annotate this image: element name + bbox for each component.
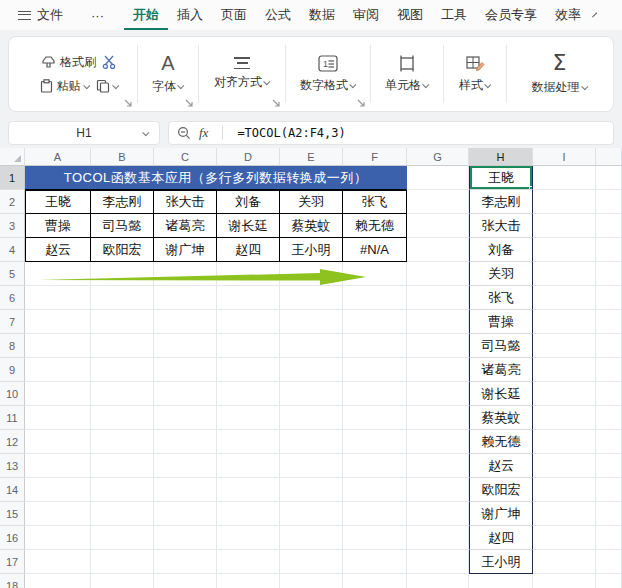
cell-E12[interactable] — [280, 430, 343, 454]
cell-F17[interactable] — [343, 550, 407, 574]
row-header-16[interactable]: 16 — [0, 526, 25, 550]
cell-B11[interactable] — [91, 406, 154, 430]
cell-B18[interactable] — [91, 574, 154, 588]
cell-A6[interactable] — [25, 286, 91, 310]
cell-A15[interactable] — [25, 502, 91, 526]
cell-partial-17[interactable] — [596, 550, 622, 574]
cell-H11[interactable]: 蔡英蚊 — [469, 406, 533, 430]
cell-B12[interactable] — [91, 430, 154, 454]
cell-G2[interactable] — [407, 190, 469, 214]
cell-C11[interactable] — [154, 406, 217, 430]
cell-C18[interactable] — [154, 574, 217, 588]
cell-B7[interactable] — [91, 310, 154, 334]
cell-G1[interactable] — [407, 166, 469, 190]
file-menu-button[interactable]: 文件 — [10, 0, 71, 30]
col-header-C[interactable]: C — [154, 148, 217, 166]
cell-partial-13[interactable] — [596, 454, 622, 478]
cell-D8[interactable] — [217, 334, 280, 358]
row-header-6[interactable]: 6 — [0, 286, 25, 310]
cell-D18[interactable] — [217, 574, 280, 588]
cell-G18[interactable] — [407, 574, 469, 588]
cell-A7[interactable] — [25, 310, 91, 334]
cell-A4[interactable]: 赵云 — [25, 238, 91, 262]
cell-H15[interactable]: 谢广坤 — [469, 502, 533, 526]
cell-C3[interactable]: 诸葛亮 — [154, 214, 217, 238]
cell-I2[interactable] — [533, 190, 596, 214]
cell-D16[interactable] — [217, 526, 280, 550]
cell-I8[interactable] — [533, 334, 596, 358]
cell-A3[interactable]: 曹操 — [25, 214, 91, 238]
cell-F10[interactable] — [343, 382, 407, 406]
col-header-G[interactable]: G — [407, 148, 469, 166]
cell-H2[interactable]: 李志刚 — [469, 190, 533, 214]
cell-E17[interactable] — [280, 550, 343, 574]
number-format-group[interactable]: 1 数字格式 — [286, 37, 370, 111]
cell-partial-11[interactable] — [596, 406, 622, 430]
cell-partial-16[interactable] — [596, 526, 622, 550]
cell-A16[interactable] — [25, 526, 91, 550]
cell-C9[interactable] — [154, 358, 217, 382]
cell-F13[interactable] — [343, 454, 407, 478]
cell-F11[interactable] — [343, 406, 407, 430]
cell-B3[interactable]: 司马懿 — [91, 214, 154, 238]
cell-partial-2[interactable] — [596, 190, 622, 214]
cell-partial-3[interactable] — [596, 214, 622, 238]
cell-D9[interactable] — [217, 358, 280, 382]
cell-E3[interactable]: 蔡英蚊 — [280, 214, 343, 238]
cell-F9[interactable] — [343, 358, 407, 382]
cell-I12[interactable] — [533, 430, 596, 454]
cell-H5[interactable]: 关羽 — [469, 262, 533, 286]
menu-tab-membership[interactable]: 会员专享 — [476, 0, 546, 30]
row-header-15[interactable]: 15 — [0, 502, 25, 526]
cell-G3[interactable] — [407, 214, 469, 238]
font-dialog-launcher[interactable] — [185, 99, 194, 108]
row-header-11[interactable]: 11 — [0, 406, 25, 430]
cell-I15[interactable] — [533, 502, 596, 526]
row-header-1[interactable]: 1 — [0, 166, 25, 190]
cell-F4[interactable]: #N/A — [343, 238, 407, 262]
tabs-overflow-chevron-icon[interactable] — [592, 13, 597, 18]
cell-A8[interactable] — [25, 334, 91, 358]
row-header-5[interactable]: 5 — [0, 262, 25, 286]
cell-B4[interactable]: 欧阳宏 — [91, 238, 154, 262]
row-header-8[interactable]: 8 — [0, 334, 25, 358]
cell-B14[interactable] — [91, 478, 154, 502]
cell-E10[interactable] — [280, 382, 343, 406]
cell-H1-selected[interactable]: 王晓 — [469, 166, 533, 190]
cell-G5[interactable] — [407, 262, 469, 286]
cell-B2[interactable]: 李志刚 — [91, 190, 154, 214]
col-header-I[interactable]: I — [533, 148, 596, 166]
row-header-13[interactable]: 13 — [0, 454, 25, 478]
cell-E15[interactable] — [280, 502, 343, 526]
cell-G8[interactable] — [407, 334, 469, 358]
cell-F8[interactable] — [343, 334, 407, 358]
cell-G7[interactable] — [407, 310, 469, 334]
cell-I10[interactable] — [533, 382, 596, 406]
cell-partial-1[interactable] — [596, 166, 622, 190]
cell-G15[interactable] — [407, 502, 469, 526]
col-header-E[interactable]: E — [280, 148, 343, 166]
cell-E6[interactable] — [280, 286, 343, 310]
cell-H14[interactable]: 欧阳宏 — [469, 478, 533, 502]
cell-G11[interactable] — [407, 406, 469, 430]
cell-C8[interactable] — [154, 334, 217, 358]
cell-I5[interactable] — [533, 262, 596, 286]
row-header-12[interactable]: 12 — [0, 430, 25, 454]
cell-C6[interactable] — [154, 286, 217, 310]
cell-F6[interactable] — [343, 286, 407, 310]
row-header-14[interactable]: 14 — [0, 478, 25, 502]
cell-C16[interactable] — [154, 526, 217, 550]
cell-C10[interactable] — [154, 382, 217, 406]
cell-F18[interactable] — [343, 574, 407, 588]
cell-I6[interactable] — [533, 286, 596, 310]
menu-tab-review[interactable]: 审阅 — [344, 0, 388, 30]
cell-partial-9[interactable] — [596, 358, 622, 382]
cell-B10[interactable] — [91, 382, 154, 406]
cell-D11[interactable] — [217, 406, 280, 430]
cell-D4[interactable]: 赵四 — [217, 238, 280, 262]
cell-G6[interactable] — [407, 286, 469, 310]
row-header-9[interactable]: 9 — [0, 358, 25, 382]
cell-B15[interactable] — [91, 502, 154, 526]
cell-D12[interactable] — [217, 430, 280, 454]
cell-H7[interactable]: 曹操 — [469, 310, 533, 334]
